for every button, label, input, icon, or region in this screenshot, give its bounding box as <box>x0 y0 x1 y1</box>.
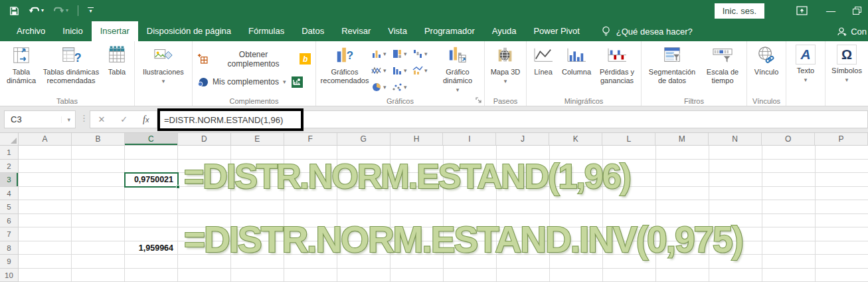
tab-revisar[interactable]: Revisar <box>333 21 379 41</box>
caret-icon: ▾ <box>424 68 428 73</box>
share-button[interactable]: Con <box>837 21 868 41</box>
window-controls: Inic. ses. — <box>715 1 868 20</box>
sparkline-winloss-icon <box>606 45 628 66</box>
column-header-K[interactable]: K <box>549 133 602 146</box>
insert-scatter-chart-button[interactable]: ▾ <box>392 78 412 95</box>
symbols-button[interactable]: Ω Símbolos ▾ <box>827 43 866 96</box>
person-add-icon <box>837 27 847 37</box>
column-header-D[interactable]: D <box>178 133 231 146</box>
tab-vista[interactable]: Vista <box>379 21 416 41</box>
pivot-table-button[interactable]: Tabla dinámica <box>2 43 41 96</box>
customize-qat-caret-icon: ▾ <box>90 9 92 14</box>
column-header-C[interactable]: C <box>125 133 178 146</box>
row-header-1[interactable]: 1 <box>0 146 19 160</box>
recommended-pivot-tables-button[interactable]: ? Tablas dinámicas recomendadas <box>41 43 102 96</box>
enter-button[interactable]: ✓ <box>120 114 128 124</box>
sparkline-line-button[interactable]: Línea <box>529 43 558 96</box>
tab-formulas[interactable]: Fórmulas <box>240 21 293 41</box>
get-addins-button[interactable]: Obtener complementos <box>197 50 294 69</box>
illustrations-caret-icon: ▾ <box>162 78 165 84</box>
column-header-L[interactable]: L <box>602 133 655 146</box>
insert-hierarchy-chart-button[interactable]: ▾ <box>392 45 412 62</box>
sparkline-column-button[interactable]: Columna <box>558 43 595 96</box>
save-button[interactable] <box>9 6 19 16</box>
timeline-button[interactable]: Escala de tiempo <box>701 43 744 96</box>
insert-statistic-chart-button[interactable]: ▾ <box>392 62 412 78</box>
column-header-J[interactable]: J <box>496 133 549 146</box>
pivot-chart-button[interactable]: Gráfico dinámico ▾ <box>433 43 482 96</box>
table-button[interactable]: Tabla <box>102 43 132 96</box>
tab-power-pivot[interactable]: Power Pivot <box>525 21 588 41</box>
my-addins-button[interactable]: Mis complementos ▾ <box>197 76 286 88</box>
insert-column-chart-button[interactable]: ▾ <box>371 45 392 62</box>
recommended-charts-button[interactable]: ? Gráficos recomendados <box>318 43 371 96</box>
insert-function-button[interactable]: fx <box>143 114 149 125</box>
ribbon-display-options-icon <box>796 6 808 15</box>
tab-disposicion-de-pagina[interactable]: Disposición de página <box>138 21 240 41</box>
tab-ayuda[interactable]: Ayuda <box>483 21 525 41</box>
sparkline-winloss-button[interactable]: Pérdidas y ganancias <box>595 43 639 96</box>
column-header-G[interactable]: G <box>337 133 391 146</box>
row-header-3[interactable]: 3 <box>0 173 19 187</box>
map-3d-button[interactable]: Mapa 3D ▾ <box>487 43 524 96</box>
row-header-4[interactable]: 4 <box>0 187 19 201</box>
insert-line-chart-button[interactable]: ▾ <box>371 62 392 78</box>
tab-archivo[interactable]: Archivo <box>8 21 54 41</box>
restore-button[interactable] <box>845 1 868 20</box>
sign-in-button[interactable]: Inic. ses. <box>715 3 764 19</box>
slicer-button[interactable]: Segmentación de datos <box>644 43 701 96</box>
column-header-I[interactable]: I <box>443 133 496 146</box>
ribbon-display-options-button[interactable] <box>787 1 816 20</box>
redo-button[interactable]: ▾ <box>53 6 68 15</box>
column-header-F[interactable]: F <box>284 133 337 146</box>
column-header-H[interactable]: H <box>391 133 444 146</box>
worksheet[interactable]: ABCDEFGHIJKLMNOP 12345678910 =DISTR.NORM… <box>0 133 868 282</box>
row-header-6[interactable]: 6 <box>0 214 19 228</box>
insert-combo-chart-button[interactable]: ▾ <box>412 62 433 78</box>
bing-maps-addin-button[interactable]: b <box>300 53 311 65</box>
tell-me-search[interactable]: ¿Qué desea hacer? <box>602 21 693 41</box>
name-box[interactable]: C3 ▾ <box>4 110 76 128</box>
caret-icon: ▾ <box>404 68 407 73</box>
column-header-O[interactable]: O <box>762 133 815 146</box>
insert-waterfall-chart-button[interactable]: ▾ <box>412 45 433 62</box>
sparkline-line-icon <box>532 45 555 66</box>
column-chart-icon <box>371 49 382 59</box>
tab-insertar[interactable]: Insertar <box>92 21 138 41</box>
row-header-10[interactable]: 10 <box>0 269 19 282</box>
save-icon <box>9 6 19 16</box>
tab-programador[interactable]: Programador <box>416 21 483 41</box>
select-all-corner[interactable] <box>0 133 19 146</box>
wordart-distr-norm-estand-inv[interactable]: =DISTR.NORM.ESTAND.INV(0,975) <box>184 221 742 258</box>
undo-caret-icon: ▾ <box>41 8 44 13</box>
column-header-P[interactable]: P <box>815 133 868 146</box>
people-graph-addin-button[interactable] <box>292 76 303 88</box>
svg-text:?: ? <box>74 51 81 65</box>
minimize-button[interactable]: — <box>816 1 845 20</box>
customize-qat-button[interactable]: ▾ <box>88 7 94 14</box>
cancel-button[interactable]: ✕ <box>98 114 105 124</box>
fill-handle[interactable] <box>176 185 180 189</box>
text-button[interactable]: A Texto ▾ <box>788 43 823 96</box>
group-filtros: Segmentación de datos Escala de tiempo F… <box>642 41 747 106</box>
caret-icon: ▾ <box>383 51 387 57</box>
slicer-icon <box>662 45 682 66</box>
insert-pie-chart-button[interactable]: ▾ <box>371 78 392 95</box>
tab-datos[interactable]: Datos <box>293 21 333 41</box>
column-header-M[interactable]: M <box>655 133 709 146</box>
link-button[interactable]: Vínculo <box>749 43 784 96</box>
formula-input[interactable]: =DISTR.NORM.ESTAND(1,96) <box>157 108 304 131</box>
row-header-7[interactable]: 7 <box>0 227 19 241</box>
tab-inicio[interactable]: Inicio <box>54 21 91 41</box>
undo-button[interactable]: ▾ <box>29 6 44 15</box>
row-header-5[interactable]: 5 <box>0 200 19 214</box>
row-header-9[interactable]: 9 <box>0 255 19 269</box>
column-header-N[interactable]: N <box>709 133 762 146</box>
column-header-B[interactable]: B <box>72 133 125 146</box>
column-header-A[interactable]: A <box>19 133 72 146</box>
wordart-distr-norm-estand[interactable]: =DISTR.NORM.ESTAND(1,96) <box>184 159 630 194</box>
row-header-2[interactable]: 2 <box>0 160 19 174</box>
illustrations-button[interactable]: Ilustraciones ▾ <box>137 43 190 96</box>
row-header-8[interactable]: 8 <box>0 241 19 255</box>
column-header-E[interactable]: E <box>231 133 284 146</box>
